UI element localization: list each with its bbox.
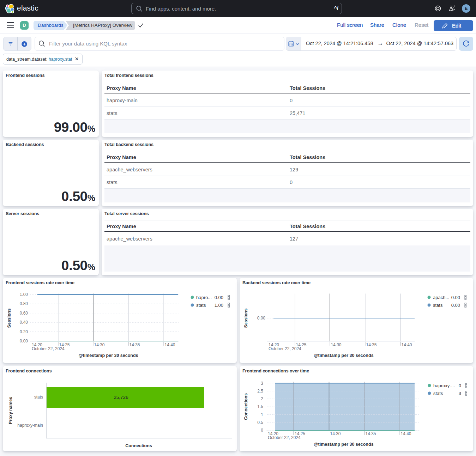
- svg-text:stats: stats: [196, 303, 206, 308]
- svg-text:3: 3: [459, 391, 461, 396]
- svg-text:October 22, 2024: October 22, 2024: [268, 435, 301, 440]
- svg-text:hapro...: hapro...: [196, 295, 212, 300]
- svg-text:@timestamp per 30 seconds: @timestamp per 30 seconds: [78, 353, 138, 358]
- svg-text:Proxy names: Proxy names: [8, 397, 13, 424]
- svg-text:Sessions: Sessions: [243, 309, 248, 328]
- svg-text:haproxy-...: haproxy-...: [433, 383, 455, 388]
- svg-text:1: 1: [261, 412, 263, 417]
- svg-text:haproxy-main: haproxy-main: [17, 423, 43, 428]
- svg-text:0.20: 0.20: [20, 329, 28, 334]
- svg-text:0: 0: [459, 383, 461, 388]
- svg-text:14:35: 14:35: [366, 431, 376, 436]
- svg-text:@timestamp per 30 seconds: @timestamp per 30 seconds: [314, 353, 373, 358]
- svg-text:apach...: apach...: [433, 295, 449, 300]
- svg-text:2: 2: [261, 396, 263, 401]
- svg-text:Connections: Connections: [243, 393, 248, 420]
- svg-text:14:30: 14:30: [331, 342, 342, 347]
- svg-text:1.00: 1.00: [215, 303, 223, 308]
- svg-text:Connections: Connections: [125, 443, 152, 448]
- svg-text:14:40: 14:40: [401, 431, 411, 436]
- svg-text:14:40: 14:40: [402, 342, 412, 347]
- svg-text:stats: stats: [34, 395, 43, 400]
- svg-text:Sessions: Sessions: [7, 309, 12, 328]
- svg-text:14:35: 14:35: [366, 342, 377, 347]
- svg-text:1.5: 1.5: [257, 404, 263, 409]
- svg-text:stats: stats: [433, 391, 443, 396]
- svg-text:0.00: 0.00: [451, 295, 460, 300]
- svg-text:0.80: 0.80: [20, 301, 28, 306]
- svg-text:14:30: 14:30: [330, 431, 341, 436]
- svg-text:0: 0: [261, 428, 263, 433]
- svg-text:0.5: 0.5: [257, 420, 263, 425]
- svg-text:October 22, 2024: October 22, 2024: [269, 346, 301, 351]
- svg-text:25,726: 25,726: [114, 395, 128, 400]
- svg-text:1.00: 1.00: [20, 292, 28, 297]
- svg-text:0.60: 0.60: [20, 311, 28, 316]
- svg-text:0.40: 0.40: [20, 320, 28, 325]
- svg-text:3: 3: [261, 381, 263, 386]
- svg-text:@timestamp per 30 seconds: @timestamp per 30 seconds: [314, 442, 373, 447]
- svg-text:0.00: 0.00: [257, 316, 266, 321]
- svg-text:14:30: 14:30: [94, 342, 105, 347]
- svg-text:2.5: 2.5: [257, 389, 263, 394]
- svg-text:14:35: 14:35: [129, 342, 140, 347]
- svg-text:0.00: 0.00: [451, 303, 460, 308]
- svg-text:0.00: 0.00: [20, 339, 28, 343]
- svg-text:October 22, 2024: October 22, 2024: [32, 346, 65, 351]
- svg-text:0.00: 0.00: [215, 295, 223, 300]
- svg-text:14:40: 14:40: [165, 342, 175, 347]
- svg-text:stats: stats: [433, 303, 443, 308]
